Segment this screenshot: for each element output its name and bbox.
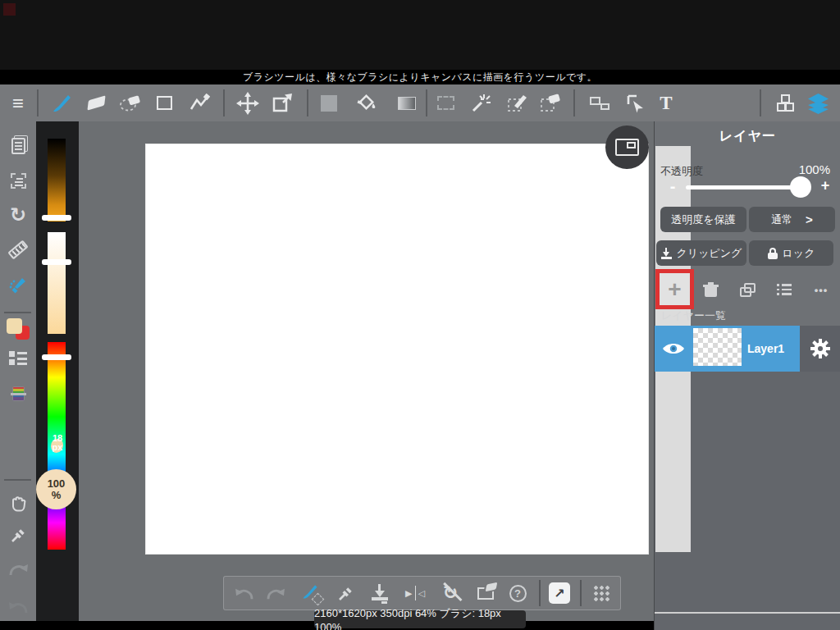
shade-gradient-bar[interactable] bbox=[48, 139, 66, 221]
grid-toggle-button[interactable] bbox=[585, 577, 618, 609]
undo-button[interactable] bbox=[0, 592, 36, 622]
flip-horizontal-button[interactable]: ▶◁ bbox=[399, 577, 431, 609]
brush-tool-button[interactable] bbox=[44, 84, 79, 121]
airbrush-button[interactable] bbox=[0, 269, 36, 299]
bucket-icon bbox=[356, 93, 378, 113]
drawing-canvas[interactable] bbox=[146, 144, 648, 554]
lock-label: ロック bbox=[783, 246, 815, 261]
cubes-icon bbox=[774, 92, 797, 114]
navigator-button[interactable] bbox=[605, 126, 649, 169]
export-icon: ↗ bbox=[549, 582, 570, 604]
layer-panel: レイヤー 不透明度 100% - + 透明度を保護 通常 > クリッピング ロッ… bbox=[654, 121, 840, 630]
move-tool-button[interactable] bbox=[231, 84, 265, 121]
menu-button[interactable]: ≡ bbox=[1, 84, 35, 121]
eyedropper-button-bottom[interactable] bbox=[329, 577, 362, 609]
lasso-eraser-button[interactable] bbox=[113, 84, 148, 121]
ruler-button[interactable] bbox=[0, 235, 36, 264]
layer-list-button[interactable] bbox=[768, 274, 801, 305]
hamburger-icon: ≡ bbox=[12, 92, 24, 115]
export-button[interactable]: ↗ bbox=[543, 577, 576, 609]
color-swatches-icon bbox=[7, 318, 30, 340]
gradient-tool-button[interactable] bbox=[390, 84, 424, 121]
select-pen-button[interactable] bbox=[500, 84, 535, 121]
select-eraser-button[interactable] bbox=[533, 84, 568, 121]
tint-slider-handle[interactable] bbox=[42, 259, 71, 265]
clipping-button[interactable]: クリッピング bbox=[656, 240, 746, 266]
shade-slider-handle[interactable] bbox=[42, 215, 71, 221]
layer-row[interactable]: Layer1 bbox=[655, 326, 840, 372]
rectangle-icon bbox=[157, 96, 172, 110]
ellipsis-icon: ••• bbox=[815, 284, 829, 296]
magic-wand-button[interactable] bbox=[464, 84, 499, 121]
ruler-icon bbox=[7, 240, 28, 259]
brush-select-toggle[interactable] bbox=[295, 577, 328, 609]
eraser-tool-button[interactable] bbox=[79, 84, 113, 121]
opacity-plus-button[interactable]: + bbox=[817, 177, 833, 197]
delete-layer-button[interactable] bbox=[694, 274, 727, 305]
text-tool-button[interactable]: T bbox=[649, 84, 683, 121]
gradient-icon bbox=[398, 97, 416, 110]
protect-alpha-label: 透明度を保護 bbox=[671, 212, 735, 227]
transform-icon bbox=[272, 92, 294, 114]
rotate-lock-button[interactable]: ↻ bbox=[434, 577, 467, 609]
hand-tool-button[interactable] bbox=[0, 488, 36, 518]
clear-button[interactable] bbox=[469, 577, 502, 609]
layer-name[interactable]: Layer1 bbox=[743, 326, 800, 372]
hue-slider-handle[interactable] bbox=[42, 354, 71, 360]
flip-icon: ▶◁ bbox=[405, 586, 425, 600]
layer-visibility-toggle[interactable] bbox=[655, 326, 692, 372]
toolbar-divider bbox=[426, 89, 427, 116]
status-bar: 2160*1620px 350dpi 64% ブラシ: 18px 100% bbox=[314, 610, 526, 628]
redo-button[interactable] bbox=[0, 555, 36, 584]
rotate-reset-button[interactable]: ↻ bbox=[0, 200, 36, 230]
color-swatch-button[interactable] bbox=[0, 310, 36, 348]
chevron-right-icon: > bbox=[806, 212, 813, 226]
lock-button[interactable]: ロック bbox=[749, 240, 833, 266]
material-panel-button[interactable] bbox=[768, 84, 802, 121]
panel-divide-button[interactable] bbox=[582, 84, 617, 121]
brush-size-unit: px bbox=[52, 442, 63, 452]
eyedropper-button[interactable] bbox=[0, 520, 36, 550]
blend-mode-button[interactable]: 通常 > bbox=[749, 207, 835, 232]
select-rect-button[interactable] bbox=[428, 84, 463, 121]
opacity-slider-knob[interactable] bbox=[790, 176, 811, 198]
eyedropper-icon bbox=[10, 527, 27, 544]
brush-list-button[interactable] bbox=[0, 345, 36, 374]
transform-tool-button[interactable] bbox=[265, 84, 299, 121]
more-options-button[interactable]: ••• bbox=[805, 274, 838, 305]
layer-thumbnail bbox=[693, 328, 742, 366]
layers-panel-button[interactable] bbox=[801, 84, 835, 121]
panel-divide-icon bbox=[590, 97, 609, 110]
polyline-tool-button[interactable] bbox=[181, 84, 216, 121]
shape-tool-button[interactable] bbox=[147, 84, 181, 121]
help-button[interactable]: ? bbox=[501, 577, 534, 609]
protect-alpha-button[interactable]: 透明度を保護 bbox=[660, 207, 746, 232]
toolbar-divider bbox=[223, 89, 225, 116]
palette-button[interactable] bbox=[0, 379, 36, 409]
redo-button-bottom[interactable] bbox=[259, 577, 292, 609]
status-text: 2160*1620px 350dpi 64% ブラシ: 18px 100% bbox=[314, 606, 526, 630]
lock-icon bbox=[768, 248, 778, 259]
duplicate-layer-button[interactable] bbox=[731, 274, 764, 305]
select-cursor-button[interactable] bbox=[618, 84, 652, 121]
blend-mode-label: 通常 bbox=[771, 212, 792, 227]
hand-icon bbox=[9, 494, 28, 513]
magic-wand-icon bbox=[471, 93, 492, 113]
pages-button[interactable] bbox=[0, 131, 36, 161]
fill-tool-button[interactable] bbox=[312, 84, 346, 121]
save-button[interactable] bbox=[363, 577, 396, 609]
zoom-level-badge[interactable]: 100 % bbox=[36, 469, 76, 509]
save-download-icon bbox=[372, 584, 388, 602]
tint-gradient-bar[interactable] bbox=[48, 232, 66, 334]
layer-thumbnail-cell[interactable] bbox=[692, 326, 743, 372]
bucket-tool-button[interactable] bbox=[349, 84, 384, 121]
opacity-minus-button[interactable]: - bbox=[664, 177, 681, 197]
layer-settings-button[interactable] bbox=[800, 326, 840, 372]
trash-icon bbox=[705, 282, 717, 297]
foreground-color-swatch bbox=[7, 318, 22, 334]
layer-list-label: レイヤー一覧 bbox=[661, 308, 726, 323]
undo-button-bottom[interactable] bbox=[228, 577, 261, 609]
add-layer-button[interactable]: + bbox=[655, 269, 694, 309]
select-layout-button[interactable] bbox=[0, 166, 36, 195]
undo-icon bbox=[234, 586, 255, 601]
